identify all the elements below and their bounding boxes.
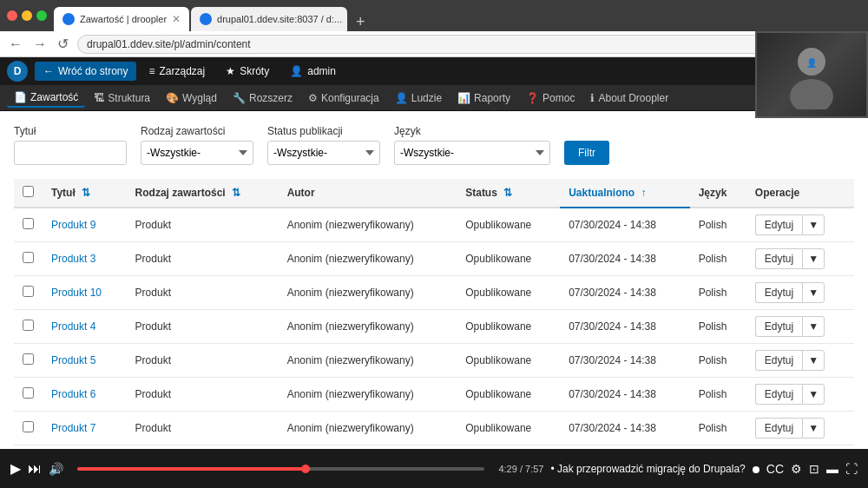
- close-window-btn[interactable]: [7, 10, 17, 21]
- edit-dropdown-btn[interactable]: ▼: [802, 214, 825, 235]
- edit-btn[interactable]: Edytuj: [755, 248, 802, 269]
- edit-btn[interactable]: Edytuj: [755, 350, 802, 371]
- row-checkbox[interactable]: [23, 218, 34, 229]
- nav-zawartość[interactable]: 📄 Zawartość: [7, 89, 85, 108]
- address-input[interactable]: [77, 35, 802, 54]
- maximize-window-btn[interactable]: [36, 10, 47, 21]
- filter-status-select[interactable]: -Wszystkie-: [267, 141, 380, 165]
- row-type: Produkt: [127, 276, 279, 310]
- back-to-site-btn[interactable]: ← Wróć do strony: [35, 62, 136, 81]
- edit-dropdown-btn[interactable]: ▼: [802, 350, 825, 371]
- edit-btn-group: Edytuj ▼: [755, 248, 845, 269]
- address-bar: ← → ↺ ☆ 🧩 ⋮: [0, 31, 868, 57]
- row-title-link[interactable]: Produkt 10: [51, 287, 102, 299]
- row-checkbox[interactable]: [23, 353, 34, 365]
- nav-about[interactable]: ℹ About Droopler: [583, 89, 675, 107]
- progress-handle[interactable]: [301, 465, 310, 473]
- webcam-overlay: 👤: [755, 31, 868, 118]
- row-checkbox-cell: [14, 412, 43, 445]
- nav-konfiguracja[interactable]: ⚙ Konfiguracja: [301, 89, 386, 107]
- forward-btn[interactable]: →: [31, 36, 49, 52]
- col-title[interactable]: Tytuł ⇅: [43, 179, 127, 208]
- nav-pomoc[interactable]: ❓ Pomoc: [519, 89, 582, 107]
- minimize-window-btn[interactable]: [22, 10, 32, 21]
- drupal-logo: D: [7, 61, 28, 82]
- back-to-site-label: Wróć do strony: [58, 65, 128, 77]
- edit-btn[interactable]: Edytuj: [755, 384, 802, 405]
- col-operations: Operacje: [746, 179, 854, 208]
- edit-btn[interactable]: Edytuj: [755, 316, 802, 337]
- window-controls: [7, 10, 47, 21]
- fullscreen-btn[interactable]: ⛶: [845, 462, 858, 476]
- browser-tab-active[interactable]: Zawartość | droopler ✕: [54, 7, 189, 31]
- filter-title-input[interactable]: [14, 141, 127, 165]
- row-title-link[interactable]: Produkt 5: [51, 354, 95, 366]
- nav-wygląd[interactable]: 🎨 Wygląd: [159, 89, 224, 107]
- filter-title-label: Tytuł: [14, 125, 127, 137]
- row-checkbox[interactable]: [23, 320, 34, 331]
- admin-btn[interactable]: 👤 admin: [281, 62, 345, 81]
- col-language-label: Język: [699, 187, 727, 199]
- volume-btn[interactable]: 🔊: [49, 462, 63, 476]
- new-tab-btn[interactable]: +: [349, 13, 372, 31]
- row-checkbox[interactable]: [23, 252, 34, 263]
- pip-btn[interactable]: ⊡: [809, 462, 819, 476]
- browser-tab-inactive[interactable]: drupal01.ddev.site:8037 / d:... ✕: [191, 7, 347, 31]
- filter-type-select[interactable]: -Wszystkie-: [141, 141, 253, 165]
- svg-text:👤: 👤: [806, 57, 818, 69]
- progress-bar[interactable]: [77, 467, 484, 471]
- row-title-link[interactable]: Produkt 9: [51, 219, 95, 231]
- row-status: Opublikowane: [457, 344, 560, 378]
- row-title: Produkt 3: [43, 242, 127, 276]
- row-checkbox[interactable]: [23, 387, 34, 399]
- tab-close-btn[interactable]: ✕: [172, 13, 181, 25]
- col-updated[interactable]: Uaktualniono ↑: [560, 179, 690, 208]
- row-type: Produkt: [127, 310, 279, 344]
- row-checkbox[interactable]: [23, 286, 34, 297]
- nav-ludzie[interactable]: 👤 Ludzie: [388, 89, 449, 107]
- col-type[interactable]: Rodzaj zawartości ⇅: [127, 179, 279, 208]
- row-title-link[interactable]: Produkt 6: [51, 388, 95, 400]
- row-checkbox[interactable]: [23, 421, 34, 432]
- back-btn[interactable]: ←: [7, 36, 24, 52]
- row-operations: Edytuj ▼: [746, 242, 854, 276]
- edit-btn[interactable]: Edytuj: [755, 282, 802, 303]
- edit-btn[interactable]: Edytuj: [755, 418, 802, 439]
- nav-raporty[interactable]: 📊 Raporty: [450, 89, 517, 107]
- cc-btn[interactable]: CC: [766, 462, 784, 476]
- next-btn[interactable]: ⏭: [28, 461, 42, 477]
- select-all-checkbox[interactable]: [23, 186, 34, 197]
- back-icon: ←: [43, 65, 54, 77]
- col-status[interactable]: Status ⇅: [457, 179, 560, 208]
- row-updated: 07/30/2024 - 14:38: [560, 276, 690, 310]
- col-language[interactable]: Język: [690, 179, 746, 208]
- shortcuts-label: Skróty: [240, 65, 269, 77]
- theater-btn[interactable]: ▬: [826, 462, 838, 476]
- row-status: Opublikowane: [457, 242, 560, 276]
- filter-language-select[interactable]: -Wszystkie-: [394, 141, 550, 165]
- nav-rozszerz[interactable]: 🔧 Rozszerz: [226, 89, 299, 107]
- shortcuts-btn[interactable]: ★ Skróty: [217, 62, 278, 81]
- filter-submit-btn[interactable]: Filtr: [564, 141, 609, 165]
- edit-dropdown-btn[interactable]: ▼: [802, 316, 825, 337]
- edit-dropdown-btn[interactable]: ▼: [802, 282, 825, 303]
- edit-btn[interactable]: Edytuj: [755, 214, 802, 235]
- reload-btn[interactable]: ↺: [56, 36, 70, 52]
- row-title-link[interactable]: Produkt 7: [51, 422, 95, 434]
- edit-dropdown-btn[interactable]: ▼: [802, 384, 825, 405]
- play-btn[interactable]: ▶: [10, 460, 21, 477]
- content-table-wrapper: Tytuł ⇅ Rodzaj zawartości ⇅ Autor Status…: [14, 179, 854, 454]
- browser-chrome: Zawartość | droopler ✕ drupal01.ddev.sit…: [0, 0, 868, 31]
- edit-dropdown-btn[interactable]: ▼: [802, 418, 825, 439]
- edit-dropdown-btn[interactable]: ▼: [802, 248, 825, 269]
- webcam-person-svg: 👤: [777, 40, 846, 109]
- row-title-link[interactable]: Produkt 4: [51, 320, 95, 333]
- nav-struktura[interactable]: 🏗 Struktura: [87, 89, 157, 107]
- volume-slider-dot[interactable]: [753, 462, 760, 476]
- row-author: Anonim (niezweryfikowany): [279, 412, 457, 445]
- manage-btn[interactable]: ≡ Zarządzaj: [140, 62, 214, 81]
- col-author[interactable]: Autor: [279, 179, 457, 208]
- row-title-link[interactable]: Produkt 3: [51, 253, 95, 265]
- wygląd-label: Wygląd: [182, 92, 217, 104]
- settings-btn[interactable]: ⚙: [791, 462, 802, 476]
